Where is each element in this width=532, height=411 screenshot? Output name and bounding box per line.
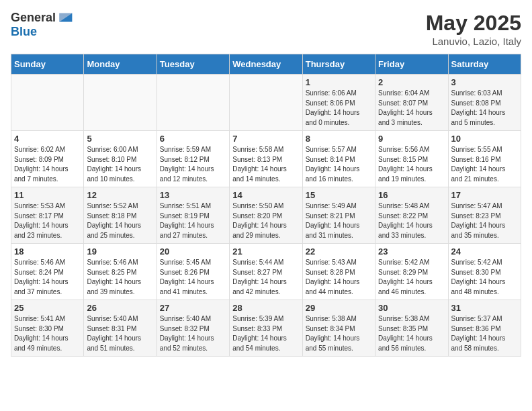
day-number: 15 — [306, 190, 372, 200]
calendar-cell: 27Sunrise: 5:40 AM Sunset: 8:32 PM Dayli… — [157, 300, 229, 357]
day-info: Sunrise: 5:52 AM Sunset: 8:18 PM Dayligh… — [87, 201, 153, 240]
day-info: Sunrise: 5:48 AM Sunset: 8:22 PM Dayligh… — [378, 201, 445, 240]
week-row-5: 25Sunrise: 5:41 AM Sunset: 8:30 PM Dayli… — [11, 300, 521, 357]
column-header-wednesday: Wednesday — [230, 54, 302, 75]
logo-icon — [57, 9, 73, 26]
day-info: Sunrise: 5:42 AM Sunset: 8:29 PM Dayligh… — [378, 258, 445, 297]
day-info: Sunrise: 6:02 AM Sunset: 8:09 PM Dayligh… — [14, 145, 81, 184]
day-info: Sunrise: 6:06 AM Sunset: 8:06 PM Dayligh… — [306, 89, 372, 128]
calendar-cell: 8Sunrise: 5:57 AM Sunset: 8:14 PM Daylig… — [302, 131, 375, 187]
day-info: Sunrise: 5:55 AM Sunset: 8:16 PM Dayligh… — [451, 145, 518, 184]
day-number: 7 — [232, 134, 299, 144]
day-number: 26 — [87, 303, 153, 313]
day-info: Sunrise: 5:37 AM Sunset: 8:36 PM Dayligh… — [451, 314, 518, 353]
day-info: Sunrise: 5:46 AM Sunset: 8:24 PM Dayligh… — [14, 258, 81, 297]
calendar-cell — [230, 75, 302, 131]
calendar-cell: 24Sunrise: 5:42 AM Sunset: 8:30 PM Dayli… — [448, 244, 521, 300]
calendar-cell: 16Sunrise: 5:48 AM Sunset: 8:22 PM Dayli… — [375, 187, 448, 244]
calendar-cell: 21Sunrise: 5:44 AM Sunset: 8:27 PM Dayli… — [230, 244, 302, 300]
day-info: Sunrise: 5:40 AM Sunset: 8:32 PM Dayligh… — [160, 314, 226, 353]
day-number: 13 — [160, 190, 226, 200]
day-info: Sunrise: 5:57 AM Sunset: 8:14 PM Dayligh… — [306, 145, 372, 184]
calendar-table: SundayMondayTuesdayWednesdayThursdayFrid… — [11, 54, 521, 357]
day-info: Sunrise: 5:40 AM Sunset: 8:31 PM Dayligh… — [87, 314, 153, 353]
calendar-cell: 2Sunrise: 6:04 AM Sunset: 8:07 PM Daylig… — [375, 75, 448, 131]
column-header-saturday: Saturday — [448, 54, 521, 75]
calendar-cell: 6Sunrise: 5:59 AM Sunset: 8:12 PM Daylig… — [157, 131, 229, 187]
day-number: 22 — [306, 246, 372, 257]
calendar-cell — [157, 75, 229, 131]
day-number: 27 — [160, 303, 226, 313]
calendar-cell: 7Sunrise: 5:58 AM Sunset: 8:13 PM Daylig… — [230, 131, 302, 187]
calendar-cell: 12Sunrise: 5:52 AM Sunset: 8:18 PM Dayli… — [84, 187, 157, 244]
calendar-cell: 13Sunrise: 5:51 AM Sunset: 8:19 PM Dayli… — [157, 187, 229, 244]
calendar-cell — [84, 75, 157, 131]
day-number: 14 — [232, 190, 299, 200]
week-row-1: 1Sunrise: 6:06 AM Sunset: 8:06 PM Daylig… — [11, 75, 521, 131]
day-number: 6 — [160, 134, 226, 144]
column-header-thursday: Thursday — [302, 54, 375, 75]
day-number: 19 — [87, 246, 153, 257]
title-block: May 2025 Lanuvio, Lazio, Italy — [426, 11, 521, 47]
day-number: 18 — [14, 246, 81, 257]
calendar-cell: 3Sunrise: 6:03 AM Sunset: 8:08 PM Daylig… — [448, 75, 521, 131]
calendar-cell: 31Sunrise: 5:37 AM Sunset: 8:36 PM Dayli… — [448, 300, 521, 357]
week-row-2: 4Sunrise: 6:02 AM Sunset: 8:09 PM Daylig… — [11, 131, 521, 187]
day-number: 25 — [14, 303, 81, 313]
header-row: SundayMondayTuesdayWednesdayThursdayFrid… — [11, 54, 521, 75]
day-number: 4 — [14, 134, 81, 144]
day-info: Sunrise: 5:47 AM Sunset: 8:23 PM Dayligh… — [451, 201, 518, 240]
main-title: May 2025 — [426, 11, 521, 36]
calendar-cell: 28Sunrise: 5:39 AM Sunset: 8:33 PM Dayli… — [230, 300, 302, 357]
day-number: 5 — [87, 134, 153, 144]
calendar-cell: 10Sunrise: 5:55 AM Sunset: 8:16 PM Dayli… — [448, 131, 521, 187]
day-info: Sunrise: 6:04 AM Sunset: 8:07 PM Dayligh… — [378, 89, 445, 128]
day-number: 2 — [378, 77, 445, 87]
calendar-cell: 23Sunrise: 5:42 AM Sunset: 8:29 PM Dayli… — [375, 244, 448, 300]
day-number: 17 — [451, 190, 518, 200]
column-header-monday: Monday — [84, 54, 157, 75]
calendar-cell: 19Sunrise: 5:46 AM Sunset: 8:25 PM Dayli… — [84, 244, 157, 300]
day-number: 30 — [378, 303, 445, 313]
day-info: Sunrise: 5:53 AM Sunset: 8:17 PM Dayligh… — [14, 201, 81, 240]
calendar-cell: 11Sunrise: 5:53 AM Sunset: 8:17 PM Dayli… — [11, 187, 84, 244]
day-info: Sunrise: 6:03 AM Sunset: 8:08 PM Dayligh… — [451, 89, 518, 128]
subtitle: Lanuvio, Lazio, Italy — [426, 36, 521, 47]
day-number: 3 — [451, 77, 518, 87]
calendar-cell: 1Sunrise: 6:06 AM Sunset: 8:06 PM Daylig… — [302, 75, 375, 131]
calendar-cell: 29Sunrise: 5:38 AM Sunset: 8:34 PM Dayli… — [302, 300, 375, 357]
day-info: Sunrise: 5:45 AM Sunset: 8:26 PM Dayligh… — [160, 258, 226, 297]
calendar-cell: 25Sunrise: 5:41 AM Sunset: 8:30 PM Dayli… — [11, 300, 84, 357]
calendar-cell: 15Sunrise: 5:49 AM Sunset: 8:21 PM Dayli… — [302, 187, 375, 244]
week-row-4: 18Sunrise: 5:46 AM Sunset: 8:24 PM Dayli… — [11, 244, 521, 300]
day-number: 1 — [306, 77, 372, 87]
day-info: Sunrise: 5:41 AM Sunset: 8:30 PM Dayligh… — [14, 314, 81, 353]
day-info: Sunrise: 5:46 AM Sunset: 8:25 PM Dayligh… — [87, 258, 153, 297]
day-number: 21 — [232, 246, 299, 257]
calendar-cell: 30Sunrise: 5:38 AM Sunset: 8:35 PM Dayli… — [375, 300, 448, 357]
calendar-cell: 17Sunrise: 5:47 AM Sunset: 8:23 PM Dayli… — [448, 187, 521, 244]
day-number: 9 — [378, 134, 445, 144]
day-number: 16 — [378, 190, 445, 200]
day-number: 29 — [306, 303, 372, 313]
day-number: 12 — [87, 190, 153, 200]
calendar-cell: 14Sunrise: 5:50 AM Sunset: 8:20 PM Dayli… — [230, 187, 302, 244]
day-info: Sunrise: 5:43 AM Sunset: 8:28 PM Dayligh… — [306, 258, 372, 297]
day-info: Sunrise: 5:44 AM Sunset: 8:27 PM Dayligh… — [232, 258, 299, 297]
day-info: Sunrise: 5:50 AM Sunset: 8:20 PM Dayligh… — [232, 201, 299, 240]
day-number: 11 — [14, 190, 81, 200]
column-header-tuesday: Tuesday — [157, 54, 229, 75]
day-info: Sunrise: 5:42 AM Sunset: 8:30 PM Dayligh… — [451, 258, 518, 297]
day-number: 10 — [451, 134, 518, 144]
calendar-cell — [11, 75, 84, 131]
day-number: 23 — [378, 246, 445, 257]
day-info: Sunrise: 5:51 AM Sunset: 8:19 PM Dayligh… — [160, 201, 226, 240]
logo-general-text: General — [11, 11, 56, 25]
calendar-cell: 9Sunrise: 5:56 AM Sunset: 8:15 PM Daylig… — [375, 131, 448, 187]
day-info: Sunrise: 5:38 AM Sunset: 8:34 PM Dayligh… — [306, 314, 372, 353]
column-header-sunday: Sunday — [11, 54, 84, 75]
day-number: 20 — [160, 246, 226, 257]
calendar-cell: 4Sunrise: 6:02 AM Sunset: 8:09 PM Daylig… — [11, 131, 84, 187]
day-number: 8 — [306, 134, 372, 144]
calendar-cell: 26Sunrise: 5:40 AM Sunset: 8:31 PM Dayli… — [84, 300, 157, 357]
